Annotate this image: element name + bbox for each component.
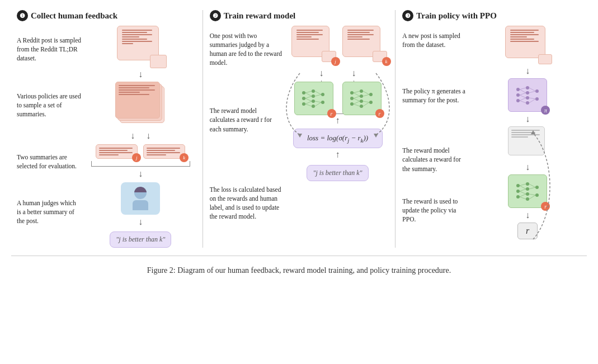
s2-quote: "j is better than k" [307, 165, 368, 181]
s3-r-scalar: r [517, 223, 538, 239]
s2-nn-j: r [294, 82, 333, 115]
svg-point-2 [302, 102, 305, 106]
s2-doc-j-top: j [291, 26, 333, 60]
svg-line-74 [529, 184, 535, 187]
svg-point-8 [321, 101, 324, 104]
svg-line-33 [354, 104, 360, 106]
svg-point-63 [526, 187, 529, 191]
svg-line-14 [305, 104, 312, 106]
s2-arrow-up: ↓ [336, 150, 340, 160]
section-3-title: ❸ Train policy with PPO [402, 10, 496, 21]
section-1-title: ❶ Collect human feedback [17, 10, 117, 21]
svg-point-45 [526, 96, 529, 100]
svg-line-69 [520, 186, 526, 189]
svg-line-12 [305, 98, 312, 101]
svg-line-15 [315, 91, 321, 94]
svg-line-70 [520, 189, 526, 191]
svg-line-30 [354, 96, 360, 98]
s3-nn-reward: r [508, 174, 547, 208]
human-head [134, 187, 147, 199]
svg-line-53 [520, 98, 526, 101]
nn-svg-reward [515, 180, 540, 202]
s1-text-col: A Reddit post is sampled from the Reddit… [17, 26, 81, 225]
svg-point-41 [516, 93, 520, 97]
nn-svg-k [349, 87, 374, 110]
s2-text-col: One post with two summaries judged by a … [210, 26, 282, 221]
svg-point-42 [516, 99, 520, 102]
s1-text-3: A human judges which is a better summary… [17, 198, 81, 225]
svg-point-62 [526, 182, 529, 186]
svg-point-7 [321, 93, 324, 96]
section-1-content: A Reddit post is sampled from the Reddit… [17, 26, 196, 248]
step-3-circle: ❸ [402, 10, 413, 21]
svg-point-48 [535, 97, 539, 101]
s2-k-badge: k [382, 57, 391, 66]
human-body [133, 200, 148, 210]
s3-arrow-2: ↓ [525, 114, 530, 124]
s1-quote: "j is better than k" [110, 231, 171, 248]
step-1-circle: ❶ [17, 10, 28, 21]
s3-arrow-3: ↓ [525, 162, 530, 172]
svg-point-47 [535, 89, 539, 93]
s3-diagram-col: ↓ [474, 26, 581, 239]
svg-point-27 [369, 101, 373, 104]
figure-caption: Figure 2: Diagram of our human feedback,… [11, 262, 587, 277]
svg-point-1 [302, 97, 305, 100]
s1-text-1: Various policies are used to sample a se… [17, 92, 81, 119]
s2-nn-k: r [342, 82, 382, 115]
s1-arrows-2: ↓ ↓ [130, 129, 150, 143]
s3-arrow-4: ↓ [525, 210, 530, 220]
svg-point-21 [350, 102, 354, 106]
section-2-label: Train reward model [224, 11, 296, 21]
s3-text-3: The reward is used to update the policy … [402, 197, 469, 224]
svg-point-65 [526, 197, 529, 201]
s2-text-1: The reward model calculates a reward r f… [210, 106, 282, 133]
svg-point-20 [350, 97, 354, 100]
svg-line-28 [354, 91, 360, 93]
svg-line-73 [520, 197, 526, 199]
svg-line-76 [529, 194, 535, 195]
s2-two-docs-top: j [291, 26, 384, 60]
section-1-label: Collect human feedback [31, 11, 117, 21]
svg-line-9 [305, 91, 312, 93]
svg-line-37 [363, 102, 369, 106]
svg-line-71 [520, 191, 526, 194]
divider-1-2 [203, 10, 203, 248]
s2-loss-box: loss = log(σ(rj − rk)) [293, 129, 383, 149]
svg-line-77 [529, 195, 535, 199]
s2-text-0: One post with two summaries judged by a … [210, 31, 282, 67]
divider-2-3 [395, 10, 395, 248]
s2-diagram-col: j [287, 26, 389, 181]
s1-text-0: A Reddit post is sampled from the Reddit… [17, 36, 81, 63]
s1-doc-overlay [150, 55, 167, 68]
s3-arrow-1: ↓ [525, 66, 530, 76]
section-3-label: Train policy with PPO [416, 11, 496, 21]
svg-point-44 [526, 91, 529, 94]
svg-line-50 [520, 89, 526, 93]
section-2-title: ❷ Train reward model [210, 10, 296, 21]
svg-line-31 [354, 98, 360, 101]
svg-point-25 [360, 105, 363, 108]
svg-line-68 [520, 184, 526, 186]
svg-point-6 [312, 105, 315, 108]
svg-line-36 [363, 101, 369, 102]
svg-line-29 [354, 93, 360, 96]
svg-line-11 [305, 96, 312, 98]
nn-svg-pi [515, 84, 540, 106]
s3-doc-summary [508, 126, 547, 159]
svg-line-32 [354, 101, 360, 104]
svg-point-22 [360, 89, 363, 93]
s3-text-0: A new post is sampled from the dataset. [402, 31, 469, 49]
s1-doc-j: j [96, 144, 138, 159]
section-2: ❷ Train reward model One post with two s… [204, 10, 394, 221]
s3-text-2: The reward model calculates a reward for… [402, 146, 469, 173]
s1-diagram-col: ↓ [86, 26, 196, 248]
s3-pi-badge: π [541, 106, 550, 115]
svg-point-66 [535, 186, 539, 189]
s2-nn-row: r [294, 82, 382, 115]
s2-j-badge: j [331, 57, 340, 66]
section-2-content: One post with two summaries judged by a … [210, 26, 389, 221]
nn-svg-j [301, 87, 326, 110]
step-2-circle: ❷ [210, 10, 221, 21]
svg-line-34 [363, 91, 369, 94]
